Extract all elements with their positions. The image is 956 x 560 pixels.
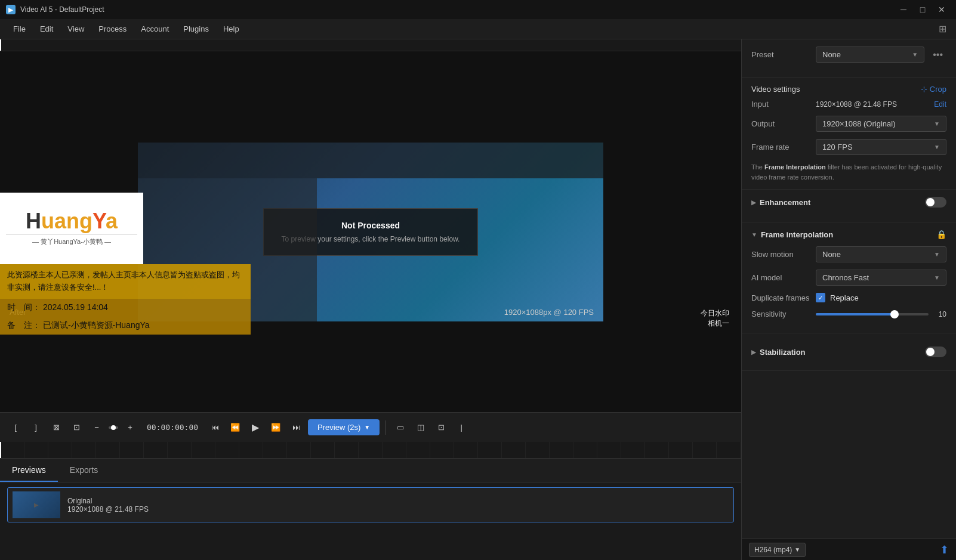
scrubber-handle[interactable] <box>0 39 1 51</box>
video-settings-header: Video settings ⊹ Crop <box>751 85 946 94</box>
menu-help[interactable]: Help <box>216 22 246 36</box>
mark-out-button[interactable]: ] <box>27 419 44 436</box>
slow-motion-row: Slow motion None ▼ <box>751 246 946 262</box>
volume-slider[interactable] <box>109 426 118 429</box>
preview-item-label: Original <box>67 497 149 505</box>
step-back-button[interactable]: ⏪ <box>227 419 243 436</box>
preview-resolution-info: 1920×1088px @ 120 FPS <box>504 308 594 317</box>
preset-label: Preset <box>751 50 811 59</box>
view-mode-dual[interactable]: ⊡ <box>433 419 449 436</box>
skip-to-start-button[interactable]: ⏮ <box>206 419 223 436</box>
preview-list-item[interactable]: ▶ Original 1920×1088 @ 21.48 FPS <box>7 487 734 522</box>
input-value: 1920×1088 @ 21.48 FPS <box>816 100 929 109</box>
export-button[interactable]: ⬆ <box>940 543 949 556</box>
titlebar: ▶ Video AI 5 - DefaultProject ─ □ ✕ <box>0 0 956 19</box>
menu-edit[interactable]: Edit <box>33 22 60 36</box>
watermark-logo: HuangYa — 黄丫HuangYa-小黄鸭 — <box>0 193 143 264</box>
format-select[interactable]: H264 (mp4) ▼ <box>749 543 806 557</box>
output-dropdown[interactable]: 1920×1088 (Original) ▼ <box>816 116 946 132</box>
maximize-button[interactable]: □ <box>914 3 931 16</box>
input-edit-button[interactable]: Edit <box>934 100 946 109</box>
format-dropdown-arrow-icon: ▼ <box>794 546 800 553</box>
skip-to-end-button[interactable]: ⏭ <box>288 419 304 436</box>
volume-up-button[interactable]: + <box>122 419 138 436</box>
stabilization-chevron-icon[interactable]: ▶ <box>751 349 756 355</box>
frame-interpolation-title: ▼ Frame interpolation <box>751 230 833 239</box>
video-settings-label: Video settings <box>751 85 800 94</box>
bottom-section: Previews Exports ▶ Original 1920×1088 @ … <box>0 459 741 560</box>
minimize-button[interactable]: ─ <box>895 3 912 16</box>
ai-model-label: AI model <box>751 273 811 282</box>
slow-motion-value: None <box>822 250 841 259</box>
ai-model-value: Chronos Fast <box>822 273 869 282</box>
panel-toggle-button[interactable]: ⊞ <box>935 21 950 37</box>
frame-interp-chevron-icon[interactable]: ▼ <box>751 231 757 238</box>
watermark-bottom-right: 今日水印 相机一 <box>701 308 729 329</box>
screenshot-button[interactable]: ⊡ <box>68 419 85 436</box>
after-label: After <box>10 308 26 317</box>
sensitivity-slider[interactable] <box>816 313 929 315</box>
duplicate-frames-checkbox[interactable]: ✓ <box>816 293 825 302</box>
preset-section: Preset None ▼ ••• <box>742 39 956 78</box>
menu-account[interactable]: Account <box>134 22 176 36</box>
preset-row: Preset None ▼ ••• <box>751 47 946 63</box>
main-layout: Not Processed To preview your settings, … <box>0 39 956 560</box>
enhancement-toggle[interactable] <box>925 197 946 208</box>
preview-dropdown-arrow[interactable]: ▼ <box>364 424 370 431</box>
frame-rate-dropdown[interactable]: 120 FPS ▼ <box>816 139 946 155</box>
window-controls: ─ □ ✕ <box>895 3 950 16</box>
input-row: Input 1920×1088 @ 21.48 FPS Edit <box>751 100 946 109</box>
view-mode-extra[interactable]: | <box>453 419 470 436</box>
remove-mark-button[interactable]: ⊠ <box>48 419 64 436</box>
sensitivity-slider-row: 10 <box>816 310 946 318</box>
enhancement-chevron-icon[interactable]: ▶ <box>751 199 756 206</box>
output-label: Output <box>751 119 811 128</box>
menu-process[interactable]: Process <box>91 22 134 36</box>
duplicate-frames-row: Duplicate frames ✓ Replace <box>751 293 946 302</box>
timeline-scrubber[interactable] <box>0 442 741 459</box>
preset-dropdown-arrow-icon: ▼ <box>912 51 918 58</box>
frame-interpolation-section: ▼ Frame interpolation 🔒 Slow motion None… <box>742 222 956 333</box>
menubar: File Edit View Process Account Plugins H… <box>0 19 956 39</box>
preset-dropdown[interactable]: None ▼ <box>816 47 924 63</box>
frame-rate-label: Frame rate <box>751 143 811 151</box>
volume-slider-thumb[interactable] <box>111 425 116 430</box>
preview-thumbnail: ▶ <box>13 491 60 518</box>
transport-separator <box>386 420 386 435</box>
output-value: 1920×1088 (Original) <box>822 119 896 128</box>
duplicate-frames-checkbox-row: ✓ Replace <box>816 293 859 302</box>
tab-previews[interactable]: Previews <box>0 459 58 482</box>
view-mode-split[interactable]: ◫ <box>412 419 429 436</box>
ai-model-dropdown[interactable]: Chronos Fast ▼ <box>816 270 946 286</box>
bottom-bar: H264 (mp4) ▼ ⬆ <box>742 539 956 560</box>
lock-icon: 🔒 <box>936 230 946 239</box>
frame-rate-value: 120 FPS <box>822 143 853 151</box>
crop-button[interactable]: ⊹ Crop <box>921 85 946 94</box>
stabilization-section: ▶ Stabilization <box>742 333 956 371</box>
menu-file[interactable]: File <box>6 22 33 36</box>
menu-plugins[interactable]: Plugins <box>176 22 216 36</box>
play-button[interactable]: ▶ <box>247 419 264 436</box>
duplicate-frames-label: Duplicate frames <box>751 293 811 302</box>
menu-view[interactable]: View <box>60 22 91 36</box>
step-forward-button[interactable]: ⏩ <box>267 419 284 436</box>
volume-button[interactable]: − <box>88 419 105 436</box>
stabilization-title: ▶ Stabilization <box>751 348 806 357</box>
timeline-ruler <box>0 442 741 458</box>
view-mode-single[interactable]: ▭ <box>392 419 409 436</box>
mark-in-button[interactable]: [ <box>7 419 24 436</box>
sensitivity-slider-thumb[interactable] <box>890 310 899 318</box>
slow-motion-dropdown[interactable]: None ▼ <box>816 246 946 262</box>
scrubber-track[interactable] <box>0 39 741 51</box>
video-settings-section: Video settings ⊹ Crop Input 1920×1088 @ … <box>742 78 956 190</box>
stabilization-toggle[interactable] <box>925 346 946 357</box>
preset-more-button[interactable]: ••• <box>929 48 946 61</box>
input-label: Input <box>751 100 811 109</box>
app-title: Video AI 5 - DefaultProject <box>20 5 890 14</box>
timeline-playhead[interactable] <box>0 442 1 458</box>
close-button[interactable]: ✕ <box>933 3 950 16</box>
preview-button[interactable]: Preview (2s) ▼ <box>308 419 380 435</box>
tab-exports[interactable]: Exports <box>58 459 110 482</box>
left-panel: Not Processed To preview your settings, … <box>0 39 741 560</box>
slow-motion-dropdown-arrow-icon: ▼ <box>934 251 940 258</box>
